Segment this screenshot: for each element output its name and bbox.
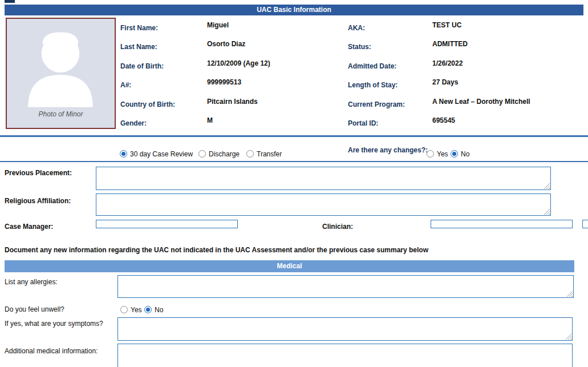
field-value: 999999513 [207,78,241,86]
symptoms-textarea[interactable] [118,318,572,340]
info-row-country-of-birth: Country of Birth: Pitcairn Islands [120,95,346,114]
additional-medical-textarea[interactable] [118,344,572,367]
additional-medical-label: Additional medical information: [5,347,98,355]
clipped-text-fragment [5,0,15,3]
new-information-instruction: Document any new information regarding t… [5,246,428,254]
field-value: 695545 [432,116,455,124]
radio-label-discharge[interactable]: Discharge [209,150,240,158]
field-label: First Name: [120,24,158,32]
symptoms-label: If yes, what are your symptoms? [5,320,103,328]
case-manager-label: Case Manager: [5,223,53,231]
radio-option-unwell-yes[interactable]: Yes [120,304,142,314]
radio-option-changes-no[interactable]: No [451,148,469,159]
additional-medical-field-wrap [117,344,573,367]
section-header-basic-info: UAC Basic Information [5,5,583,15]
info-row-dob: Date of Birth: 12/10/2009 (Age 12) [120,57,346,76]
clipped-edge-input[interactable] [582,220,588,228]
radio-label-30-day-case-review[interactable]: 30 day Case Review [130,150,193,158]
field-label: Admitted Date: [348,62,396,70]
info-row-aka: AKA: TEST UC [348,19,587,38]
field-label: Portal ID: [348,119,378,127]
review-type-radio-group: 30 day Case Review Discharge Transfer Ar… [0,148,588,159]
uac-case-review-page: UAC Basic Information Photo of Minor Fir… [0,0,588,367]
religious-affiliation-textarea[interactable] [96,194,550,215]
radio-discharge[interactable] [198,150,206,158]
radio-changes-yes[interactable] [427,150,434,158]
info-row-first-name: First Name: Miguel [120,19,346,38]
basic-info-right-column: AKA: TEST UC Status: ADMITTED Admitted D… [348,19,587,133]
horizontal-divider [0,135,588,137]
section-header-medical: Medical [5,260,574,272]
radio-changes-no[interactable] [451,150,458,158]
previous-placement-label: Previous Placement: [5,169,72,177]
field-label: A#: [120,81,131,89]
clinician-input[interactable] [431,220,573,228]
field-label: Status: [348,43,371,51]
field-label: Date of Birth: [120,62,164,70]
field-value: Osorto Diaz [207,40,245,48]
religious-affiliation-label: Religious Affiliation: [5,197,71,205]
radio-option-discharge[interactable]: Discharge [198,148,240,159]
info-row-portal-id: Portal ID: 695545 [348,114,587,133]
case-manager-input[interactable] [96,220,238,228]
radio-30-day-case-review[interactable] [120,150,127,158]
field-label: Current Program: [348,100,405,108]
field-value: 12/10/2009 (Age 12) [207,59,270,67]
field-value: Miguel [207,21,229,29]
info-row-status: Status: ADMITTED [348,38,587,57]
religious-affiliation-field-wrap [96,193,551,216]
radio-option-unwell-no[interactable]: No [144,304,163,314]
field-value: 1/26/2022 [432,59,463,67]
field-value: M [207,116,213,124]
photo-caption: Photo of Minor [7,110,115,118]
field-label: Gender: [120,119,147,127]
radio-label-changes-yes[interactable]: Yes [437,150,448,158]
field-value: TEST UC [432,21,461,29]
allergies-field-wrap [117,275,574,298]
changes-question-label: Are there any changes?: [348,146,428,154]
clinician-label: Clinician: [322,223,353,231]
radio-transfer[interactable] [246,150,254,158]
field-value: 27 Days [432,78,458,86]
previous-placement-textarea[interactable] [96,167,550,189]
radio-option-transfer[interactable]: Transfer [246,148,282,159]
minor-photo-placeholder: Photo of Minor [6,18,116,129]
radio-label-changes-no[interactable]: No [461,150,469,158]
info-row-admitted-date: Admitted Date: 1/26/2022 [348,57,587,76]
horizontal-divider [0,161,588,162]
radio-label-unwell-no[interactable]: No [155,306,163,314]
info-row-a-number: A#: 999999513 [120,76,346,95]
field-label: Length of Stay: [348,81,398,89]
basic-info-left-column: First Name: Miguel Last Name: Osorto Dia… [120,19,346,133]
field-label: Country of Birth: [120,100,175,108]
info-row-current-program: Current Program: A New Leaf – Dorothy Mi… [348,95,587,114]
info-row-last-name: Last Name: Osorto Diaz [120,38,346,57]
radio-option-30-day-case-review[interactable]: 30 day Case Review [120,148,193,159]
radio-label-transfer[interactable]: Transfer [257,150,282,158]
field-value: Pitcairn Islands [207,98,258,106]
radio-unwell-yes[interactable] [120,306,128,313]
previous-placement-field-wrap [96,167,551,190]
unwell-question-label: Do you feel unwell? [5,305,64,313]
field-value: A New Leaf – Dorothy Mitchell [432,98,530,106]
field-label: Last Name: [120,43,157,51]
allergies-textarea[interactable] [118,276,573,297]
symptoms-field-wrap [117,317,573,341]
field-label: AKA: [348,24,365,32]
radio-label-unwell-yes[interactable]: Yes [131,306,142,314]
info-row-length-of-stay: Length of Stay: 27 Days [348,76,587,95]
radio-unwell-no[interactable] [144,306,152,313]
field-value: ADMITTED [432,40,468,48]
radio-option-changes-yes[interactable]: Yes [427,148,448,159]
info-row-gender: Gender: M [120,114,346,133]
allergies-label: List any allergies: [5,278,58,286]
